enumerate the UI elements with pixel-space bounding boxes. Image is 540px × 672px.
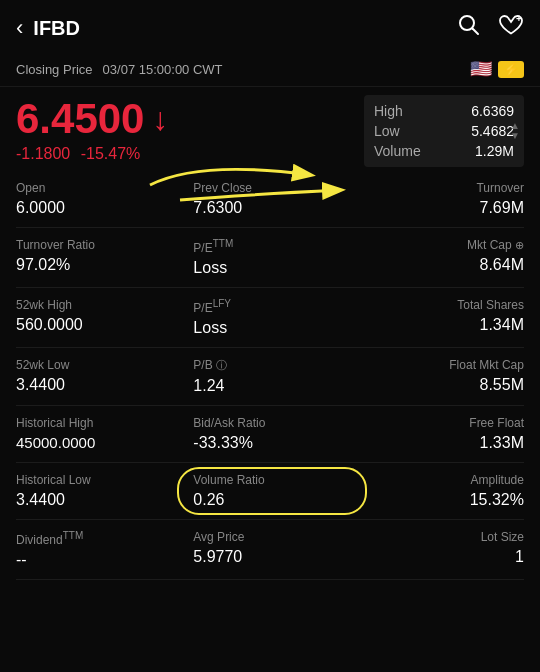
closing-flags: 🇺🇸 ⚡ (470, 58, 524, 80)
total-shares-label: Total Shares (355, 298, 524, 312)
52wk-low-label: 52wk Low (16, 358, 181, 372)
float-mkt-cap-label: Float Mkt Cap (355, 358, 524, 372)
bid-ask-ratio-value: -33.33% (193, 434, 346, 452)
stat-open: Open 6.0000 (16, 171, 185, 228)
header-left: ‹ IFBD (16, 15, 80, 41)
price-direction-icon: ↓ (152, 101, 168, 138)
us-flag-icon: 🇺🇸 (470, 58, 492, 80)
stat-lot-size: Lot Size 1 (355, 520, 524, 580)
52wk-high-label: 52wk High (16, 298, 181, 312)
price-section: 6.4500 ↓ -1.1800 -15.47% High 6.6369 Low… (0, 87, 540, 171)
historical-high-value: 45000.0000 (16, 434, 181, 451)
price-change-amount: -1.1800 (16, 145, 70, 162)
pe-lfy-value: Loss (193, 319, 346, 337)
volume-label: Volume (374, 143, 421, 159)
stat-historical-low: Historical Low 3.4400 (16, 463, 185, 520)
stat-turnover: Turnover 7.69M (355, 171, 524, 228)
closing-price-bar: Closing Price 03/07 15:00:00 CWT 🇺🇸 ⚡ (0, 52, 540, 87)
stat-pb: P/B ⓘ 1.24 (185, 348, 354, 406)
mkt-cap-label: Mkt Cap ⊕ (355, 238, 524, 252)
pe-lfy-label: P/ELFY (193, 298, 346, 315)
volume-value: 1.29M (475, 143, 514, 159)
avg-price-value: 5.9770 (193, 548, 346, 566)
turnover-ratio-label: Turnover Ratio (16, 238, 181, 252)
ticker-title: IFBD (33, 17, 80, 40)
stat-historical-high: Historical High 45000.0000 (16, 406, 185, 463)
stats-grid: Open 6.0000 Prev Close 7.6300 Turnover 7… (0, 171, 540, 580)
52wk-high-value: 560.0000 (16, 316, 181, 334)
stat-mkt-cap: Mkt Cap ⊕ 8.64M (355, 228, 524, 288)
back-button[interactable]: ‹ (16, 15, 23, 41)
volume-ratio-value: 0.26 (193, 491, 346, 509)
free-float-label: Free Float (355, 416, 524, 430)
stat-dividend: DividendTTM -- (16, 520, 185, 580)
amplitude-label: Amplitude (355, 473, 524, 487)
mkt-cap-info-icon[interactable]: ⊕ (515, 239, 524, 251)
volume-row: Volume 1.29M (374, 141, 514, 161)
pb-label: P/B ⓘ (193, 358, 346, 373)
stat-volume-ratio: Volume Ratio 0.26 (185, 463, 354, 520)
header: ‹ IFBD + (0, 0, 540, 52)
pb-value: 1.24 (193, 377, 346, 395)
watchlist-icon[interactable]: + (498, 14, 524, 42)
turnover-label: Turnover (355, 181, 524, 195)
stat-pe-ttm: P/ETTM Loss (185, 228, 354, 288)
historical-low-value: 3.4400 (16, 491, 181, 509)
price-change-pct: -15.47% (81, 145, 141, 162)
search-icon[interactable] (458, 14, 480, 42)
stat-float-mkt-cap: Float Mkt Cap 8.55M (355, 348, 524, 406)
svg-text:+: + (516, 14, 522, 24)
dividend-label: DividendTTM (16, 530, 181, 547)
stat-pe-lfy: P/ELFY Loss (185, 288, 354, 348)
free-float-value: 1.33M (355, 434, 524, 452)
prev-close-label: Prev Close (193, 181, 346, 195)
lot-size-value: 1 (355, 548, 524, 566)
low-label: Low (374, 123, 400, 139)
low-value: 5.4682 (471, 123, 514, 139)
stat-avg-price: Avg Price 5.9770 (185, 520, 354, 580)
turnover-ratio-value: 97.02% (16, 256, 181, 274)
stat-turnover-ratio: Turnover Ratio 97.02% (16, 228, 185, 288)
closing-date: 03/07 15:00:00 CWT (103, 62, 223, 77)
float-mkt-cap-value: 8.55M (355, 376, 524, 394)
closing-label: Closing Price (16, 62, 93, 77)
stat-total-shares: Total Shares 1.34M (355, 288, 524, 348)
mkt-cap-value: 8.64M (355, 256, 524, 274)
price-left: 6.4500 ↓ -1.1800 -15.47% (16, 95, 364, 167)
dividend-value: -- (16, 551, 181, 569)
turnover-value: 7.69M (355, 199, 524, 217)
historical-low-label: Historical Low (16, 473, 181, 487)
avg-price-label: Avg Price (193, 530, 346, 544)
stat-52wk-low: 52wk Low 3.4400 (16, 348, 185, 406)
lot-size-label: Lot Size (355, 530, 524, 544)
high-value: 6.6369 (471, 103, 514, 119)
high-label: High (374, 103, 403, 119)
header-right: + (458, 14, 524, 42)
open-label: Open (16, 181, 181, 195)
stat-bid-ask-ratio: Bid/Ask Ratio -33.33% (185, 406, 354, 463)
open-value: 6.0000 (16, 199, 181, 217)
bid-ask-ratio-label: Bid/Ask Ratio (193, 416, 346, 430)
stat-52wk-high: 52wk High 560.0000 (16, 288, 185, 348)
pe-ttm-label: P/ETTM (193, 238, 346, 255)
total-shares-value: 1.34M (355, 316, 524, 334)
price-value: 6.4500 (16, 95, 144, 143)
high-low-panel: High 6.6369 Low 5.4682 Volume 1.29M ▲ ▼ (364, 95, 524, 167)
svg-line-1 (473, 29, 479, 35)
lightning-badge: ⚡ (498, 61, 524, 78)
low-row: Low 5.4682 (374, 121, 514, 141)
price-change: -1.1800 -15.47% (16, 145, 364, 163)
52wk-low-value: 3.4400 (16, 376, 181, 394)
volume-ratio-label: Volume Ratio (193, 473, 346, 487)
scroll-arrows: ▲ ▼ (510, 121, 520, 141)
main-price: 6.4500 ↓ (16, 95, 364, 143)
stat-prev-close: Prev Close 7.6300 (185, 171, 354, 228)
pe-ttm-value: Loss (193, 259, 346, 277)
prev-close-value: 7.6300 (193, 199, 346, 217)
pb-info-icon[interactable]: ⓘ (216, 359, 227, 371)
amplitude-value: 15.32% (355, 491, 524, 509)
stat-amplitude: Amplitude 15.32% (355, 463, 524, 520)
high-row: High 6.6369 (374, 101, 514, 121)
stat-free-float: Free Float 1.33M (355, 406, 524, 463)
historical-high-label: Historical High (16, 416, 181, 430)
